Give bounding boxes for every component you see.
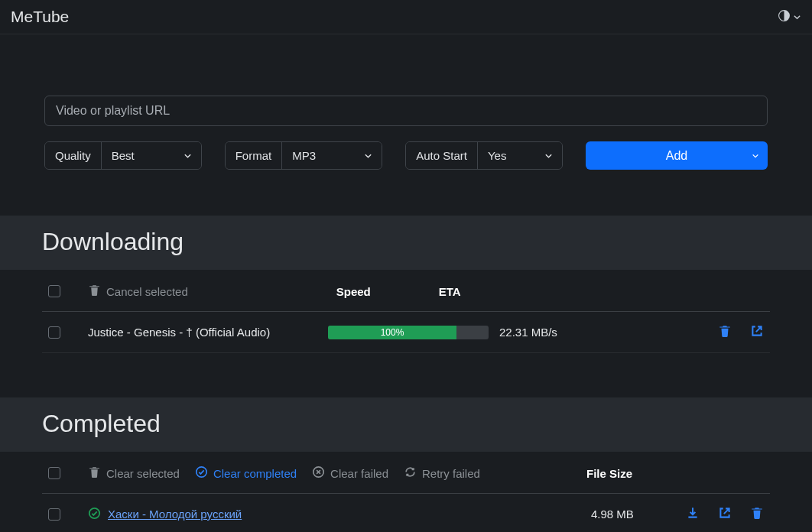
url-form: Quality Best Format MP3 Auto Start Yes [0,34,812,183]
eta-column-header: ETA [439,285,523,298]
chevron-down-icon [184,149,192,162]
add-label: Add [666,149,687,163]
completed-title: Completed [42,410,770,438]
clear-failed-label: Clear failed [330,467,388,480]
refresh-icon [404,466,417,481]
cancel-selected-label: Cancel selected [106,285,188,298]
row-checkbox[interactable] [48,326,60,339]
trash-icon [88,466,101,481]
progress-bar: 100% [328,326,489,339]
format-select[interactable]: MP3 [282,142,382,169]
chevron-down-icon [364,149,372,162]
svg-point-0 [197,467,206,477]
external-link-icon [750,324,764,340]
check-circle-icon [195,466,208,481]
theme-toggle[interactable] [778,9,801,24]
clear-failed-button[interactable]: Clear failed [312,466,388,481]
add-dropdown-toggle[interactable] [742,141,768,170]
speed-value: 22.31 MB/s [499,326,591,339]
progress-cell: 100% [328,326,489,339]
completed-item-link[interactable]: Хаски - Молодой русский [108,508,242,521]
cancel-selected-button[interactable]: Cancel selected [88,284,188,299]
x-circle-icon [312,466,325,481]
success-icon [88,507,101,522]
downloading-title: Downloading [42,228,770,256]
retry-failed-label: Retry failed [422,467,480,480]
half-circle-icon [778,9,791,24]
downloading-header: Downloading [0,216,812,270]
select-all-downloading-checkbox[interactable] [48,285,60,297]
progress-fill: 100% [328,326,456,339]
autostart-value: Yes [488,149,506,162]
add-button[interactable]: Add [586,141,768,170]
chevron-down-icon [793,11,801,24]
quality-value: Best [112,149,135,162]
delete-completed-button[interactable] [750,506,764,522]
trash-icon [88,284,101,299]
autostart-label: Auto Start [406,142,478,169]
open-link-button[interactable] [718,506,732,522]
url-input[interactable] [44,96,768,126]
completed-table-head: Clear selected Clear completed Clear fai… [42,452,770,494]
trash-icon [718,324,732,340]
download-icon [686,506,700,522]
completed-header: Completed [0,397,812,452]
clear-selected-label: Clear selected [106,467,180,480]
progress-text: 100% [381,327,404,338]
external-link-icon [718,506,732,522]
speed-column-header: Speed [336,285,428,298]
retry-failed-button[interactable]: Retry failed [404,466,480,481]
brand-title: MeTube [11,8,69,26]
quality-label: Quality [45,142,102,169]
clear-selected-button[interactable]: Clear selected [88,466,180,481]
download-file-button[interactable] [686,506,700,522]
table-row: Justice - Genesis - † (Official Audio) 1… [42,312,770,353]
format-value: MP3 [292,149,316,162]
quality-select[interactable]: Best [102,142,201,169]
topbar: MeTube [0,0,812,34]
delete-download-button[interactable] [718,324,732,340]
clear-completed-button[interactable]: Clear completed [195,466,297,481]
table-row: Хаски - Молодой русский 4.98 MB [42,494,770,532]
autostart-select[interactable]: Yes [478,142,562,169]
row-checkbox[interactable] [48,508,60,521]
downloading-table-head: Cancel selected Speed ETA [42,270,770,312]
trash-icon [750,506,764,522]
chevron-down-icon [752,149,759,163]
select-all-completed-checkbox[interactable] [48,467,60,479]
filesize-value: 4.98 MB [591,508,675,521]
chevron-down-icon [544,149,553,162]
filesize-column-header: File Size [586,467,671,480]
open-link-button[interactable] [750,324,764,340]
item-name: Justice - Genesis - † (Official Audio) [88,326,317,339]
format-label: Format [226,142,283,169]
clear-completed-label: Clear completed [213,467,297,480]
